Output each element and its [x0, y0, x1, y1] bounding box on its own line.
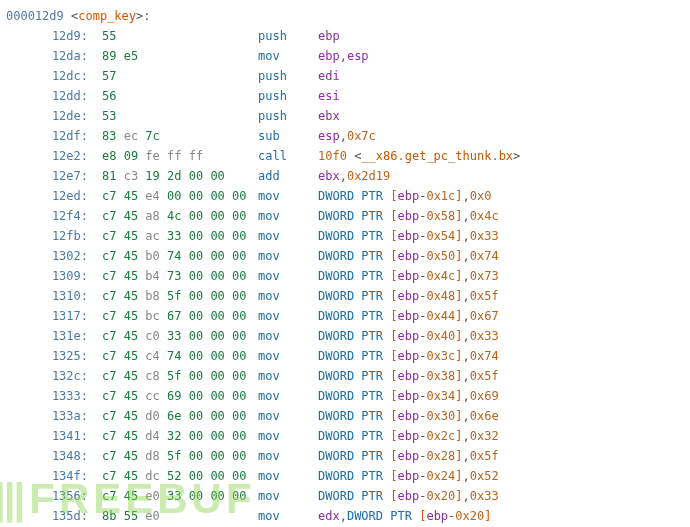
bytes: c7 45 cc 69 00 00 00 — [96, 386, 258, 406]
mnemonic: mov — [258, 206, 318, 226]
address: 12f4: — [0, 206, 96, 226]
mnemonic: push — [258, 26, 318, 46]
mnemonic: mov — [258, 246, 318, 266]
mnemonic: mov — [258, 506, 318, 526]
address: 1356: — [0, 486, 96, 506]
operands: DWORD PTR [ebp-0x58],0x4c — [318, 206, 690, 226]
operands: DWORD PTR [ebp-0x4c],0x73 — [318, 266, 690, 286]
address: 131e: — [0, 326, 96, 346]
bytes: e8 09 fe ff ff — [96, 146, 258, 166]
mnemonic: mov — [258, 46, 318, 66]
address: 12de: — [0, 106, 96, 126]
mnemonic: mov — [258, 446, 318, 466]
address: 1309: — [0, 266, 96, 286]
mnemonic: mov — [258, 346, 318, 366]
bytes: c7 45 b8 5f 00 00 00 — [96, 286, 258, 306]
mnemonic: mov — [258, 326, 318, 346]
mnemonic: call — [258, 146, 318, 166]
bytes: 56 — [96, 86, 258, 106]
mnemonic: mov — [258, 266, 318, 286]
operands: ebx,0x2d19 — [318, 166, 690, 186]
operands: DWORD PTR [ebp-0x50],0x74 — [318, 246, 690, 266]
mnemonic: mov — [258, 226, 318, 246]
address: 12df: — [0, 126, 96, 146]
mnemonic: mov — [258, 406, 318, 426]
address: 1317: — [0, 306, 96, 326]
address: 1310: — [0, 286, 96, 306]
mnemonic: mov — [258, 386, 318, 406]
operands: DWORD PTR [ebp-0x30],0x6e — [318, 406, 690, 426]
disasm-row: 1356:c7 45 e0 33 00 00 00movDWORD PTR [e… — [0, 486, 690, 506]
address: 135d: — [0, 506, 96, 526]
operands: DWORD PTR [ebp-0x1c],0x0 — [318, 186, 690, 206]
mnemonic: push — [258, 66, 318, 86]
mnemonic: mov — [258, 426, 318, 446]
address: 12da: — [0, 46, 96, 66]
address: 1302: — [0, 246, 96, 266]
disasm-row: 133a:c7 45 d0 6e 00 00 00movDWORD PTR [e… — [0, 406, 690, 426]
mnemonic: sub — [258, 126, 318, 146]
operands: esi — [318, 86, 690, 106]
disasm-row: 1348:c7 45 d8 5f 00 00 00movDWORD PTR [e… — [0, 446, 690, 466]
bytes: c7 45 e0 33 00 00 00 — [96, 486, 258, 506]
disasm-row: 1309:c7 45 b4 73 00 00 00movDWORD PTR [e… — [0, 266, 690, 286]
mnemonic: mov — [258, 486, 318, 506]
bytes: 83 ec 7c — [96, 126, 258, 146]
disasm-function-header: 000012d9 <comp_key>: — [0, 6, 690, 26]
disasm-row: 12f4:c7 45 a8 4c 00 00 00movDWORD PTR [e… — [0, 206, 690, 226]
bytes: c7 45 bc 67 00 00 00 — [96, 306, 258, 326]
operands: DWORD PTR [ebp-0x44],0x67 — [318, 306, 690, 326]
address: 134f: — [0, 466, 96, 486]
bytes: c7 45 c0 33 00 00 00 — [96, 326, 258, 346]
disasm-row: 12fb:c7 45 ac 33 00 00 00movDWORD PTR [e… — [0, 226, 690, 246]
address: 12fb: — [0, 226, 96, 246]
operands: DWORD PTR [ebp-0x24],0x52 — [318, 466, 690, 486]
bytes: 57 — [96, 66, 258, 86]
disasm-row: 12df:83 ec 7csubesp,0x7c — [0, 126, 690, 146]
operands: ebx — [318, 106, 690, 126]
operands: DWORD PTR [ebp-0x3c],0x74 — [318, 346, 690, 366]
address: 133a: — [0, 406, 96, 426]
operands: DWORD PTR [ebp-0x40],0x33 — [318, 326, 690, 346]
bytes: c7 45 dc 52 00 00 00 — [96, 466, 258, 486]
bytes: c7 45 d4 32 00 00 00 — [96, 426, 258, 446]
mnemonic: push — [258, 86, 318, 106]
disasm-row: 12d9:55pushebp — [0, 26, 690, 46]
operands: 10f0 <__x86.get_pc_thunk.bx> — [318, 146, 690, 166]
bytes: 55 — [96, 26, 258, 46]
address: 1348: — [0, 446, 96, 466]
bytes: 8b 55 e0 — [96, 506, 258, 526]
operands: DWORD PTR [ebp-0x48],0x5f — [318, 286, 690, 306]
disasm-row: 1310:c7 45 b8 5f 00 00 00movDWORD PTR [e… — [0, 286, 690, 306]
disasm-row: 1302:c7 45 b0 74 00 00 00movDWORD PTR [e… — [0, 246, 690, 266]
bytes: 53 — [96, 106, 258, 126]
bytes: c7 45 e4 00 00 00 00 — [96, 186, 258, 206]
bytes: c7 45 c4 74 00 00 00 — [96, 346, 258, 366]
disasm-row: 12e2:e8 09 fe ff ffcall10f0 <__x86.get_p… — [0, 146, 690, 166]
address: 12dd: — [0, 86, 96, 106]
address: 132c: — [0, 366, 96, 386]
mnemonic: mov — [258, 286, 318, 306]
address: 12e7: — [0, 166, 96, 186]
operands: ebp — [318, 26, 690, 46]
mnemonic: mov — [258, 306, 318, 326]
mnemonic: mov — [258, 466, 318, 486]
disasm-row: 12dc:57pushedi — [0, 66, 690, 86]
operands: DWORD PTR [ebp-0x2c],0x32 — [318, 426, 690, 446]
disasm-row: 12da:89 e5movebp,esp — [0, 46, 690, 66]
address: 12ed: — [0, 186, 96, 206]
disasm-row: 12e7:81 c3 19 2d 00 00addebx,0x2d19 — [0, 166, 690, 186]
bytes: c7 45 d0 6e 00 00 00 — [96, 406, 258, 426]
operands: DWORD PTR [ebp-0x28],0x5f — [318, 446, 690, 466]
address: 12dc: — [0, 66, 96, 86]
bytes: c7 45 c8 5f 00 00 00 — [96, 366, 258, 386]
disasm-row: 12dd:56pushesi — [0, 86, 690, 106]
address: 1325: — [0, 346, 96, 366]
disasm-row: 1333:c7 45 cc 69 00 00 00movDWORD PTR [e… — [0, 386, 690, 406]
disasm-row: 1341:c7 45 d4 32 00 00 00movDWORD PTR [e… — [0, 426, 690, 446]
disasm-row: 131e:c7 45 c0 33 00 00 00movDWORD PTR [e… — [0, 326, 690, 346]
operands: edx,DWORD PTR [ebp-0x20] — [318, 506, 690, 526]
disasm-row: 132c:c7 45 c8 5f 00 00 00movDWORD PTR [e… — [0, 366, 690, 386]
operands: DWORD PTR [ebp-0x34],0x69 — [318, 386, 690, 406]
address: 12e2: — [0, 146, 96, 166]
